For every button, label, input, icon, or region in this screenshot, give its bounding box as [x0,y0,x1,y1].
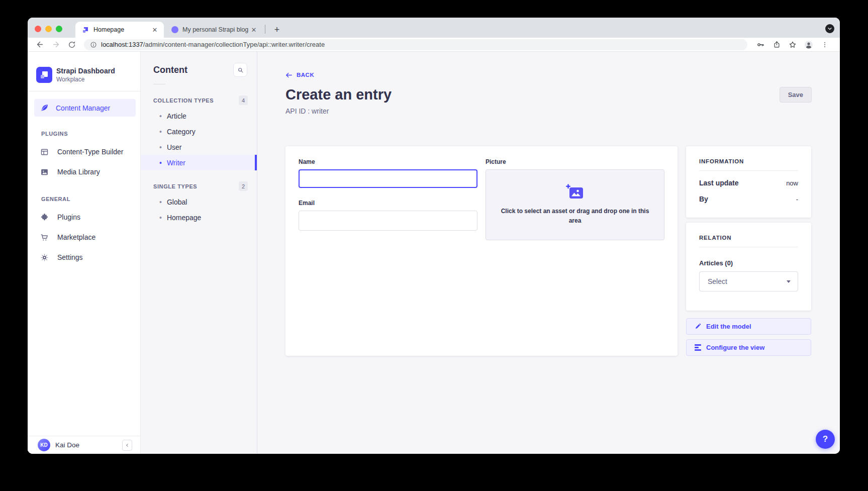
subnav-title: Content [153,65,187,75]
sidebar-item-content-manager[interactable]: Content Manager [34,99,136,117]
panel-divider [699,247,798,247]
subnav-item-global[interactable]: • Global [141,194,257,210]
tab-homepage[interactable]: Homepage ✕ [75,22,164,38]
forward-arrow-icon [52,40,60,49]
zoom-window-button[interactable] [56,26,62,32]
back-link[interactable]: BACK [285,72,314,78]
email-field-block: Email [299,200,477,231]
traffic-lights [35,26,62,32]
add-picture-icon [566,184,584,200]
picture-dropzone[interactable]: Click to select an asset or drag and dro… [486,169,664,240]
bookmark-button[interactable] [787,39,799,51]
single-types-header: SINGLE TYPES 2 [141,181,257,191]
sidebar-item-plugins[interactable]: Plugins [28,207,140,227]
name-input[interactable] [299,169,477,188]
user-avatar-icon [804,40,813,49]
tab-strapi-blog[interactable]: My personal Strapi blog | Strap ✕ [167,22,262,38]
tab-title: My personal Strapi blog | Strap [182,26,250,33]
sidebar-item-label: Content-Type Builder [57,148,124,156]
collection-types-list: • Article • Category • User • Writer [141,108,257,170]
configure-view-button[interactable]: Configure the view [686,339,811,356]
title-row: Create an entry Save [285,87,812,103]
share-icon [773,41,781,48]
save-button[interactable]: Save [780,87,812,103]
image-icon [40,168,49,176]
forward-nav-button[interactable] [50,39,62,51]
browser-menu-button[interactable] [819,39,831,51]
subnav-item-label: Homepage [167,214,202,222]
toolbar-right-icons [752,39,833,51]
password-manager-button[interactable] [754,39,766,51]
close-window-button[interactable] [35,26,41,32]
reload-icon [68,41,76,49]
subnav-item-label: Article [167,112,186,120]
brand-block: Strapi Dashboard Workplace [28,52,140,83]
sidebar-item-content-type-builder[interactable]: Content-Type Builder [28,142,140,162]
page-title: Create an entry [285,87,392,102]
edit-model-button[interactable]: Edit the model [686,318,811,335]
sidebar-footer: KD Kai Doe [28,436,140,454]
back-nav-button[interactable] [34,39,46,51]
articles-relation-label: Articles (0) [699,259,798,267]
subnav-item-writer[interactable]: • Writer [141,155,257,170]
action-label: Edit the model [706,323,751,330]
user-avatar[interactable]: KD [38,439,50,451]
by-row: By - [699,195,798,203]
subnav-item-category[interactable]: • Category [141,124,257,139]
url-path: /admin/content-manager/collectionType/ap… [143,41,325,48]
bullet-icon: • [159,128,162,136]
tab-search-button[interactable] [825,24,834,33]
blog-favicon-icon [171,26,178,33]
subnav-header: Content [141,52,257,77]
star-icon [789,41,797,49]
share-button[interactable] [770,39,783,51]
minimize-window-button[interactable] [45,26,52,32]
collapse-sidebar-button[interactable] [122,440,132,451]
puzzle-icon [40,213,49,222]
subnav-item-label: User [167,143,182,151]
articles-select[interactable]: Select [699,271,798,291]
group-label: SINGLE TYPES [153,183,197,189]
help-button[interactable]: ? [816,430,835,449]
tab-strip: Homepage ✕ My personal Strapi blog | Str… [28,18,840,38]
layout-lines-icon [695,344,701,351]
address-bar[interactable]: localhost:1337/admin/content-manager/col… [84,39,747,50]
tab-close-icon[interactable]: ✕ [151,26,159,34]
single-types-list: • Global • Homepage [141,194,257,225]
subnav-item-label: Writer [167,159,185,167]
sidebar-item-marketplace[interactable]: Marketplace [28,227,140,247]
relation-panel: RELATION Articles (0) Select [686,223,811,311]
page-info-icon[interactable] [90,41,97,48]
tab-close-icon[interactable]: ✕ [250,26,258,34]
sidebar-item-media-library[interactable]: Media Library [28,162,140,182]
info-value: - [796,195,798,203]
new-tab-button[interactable]: + [270,23,284,37]
strapi-logo-icon [36,67,52,83]
sidebar-item-label: Plugins [57,213,80,221]
sidebar-item-settings[interactable]: Settings [28,247,140,267]
screenshot-stage: Homepage ✕ My personal Strapi blog | Str… [0,0,868,491]
reload-button[interactable] [66,39,78,51]
bullet-icon: • [159,159,162,167]
subnav-item-user[interactable]: • User [141,139,257,155]
name-field-label: Name [299,158,477,165]
browser-window: Homepage ✕ My personal Strapi blog | Str… [28,18,840,454]
back-arrow-icon [285,72,293,78]
key-icon [756,41,764,49]
form-left-column: Name Email [299,158,477,240]
url-host: localhost:1337 [101,41,143,48]
url-text: localhost:1337/admin/content-manager/col… [101,41,325,48]
email-input[interactable] [299,211,477,231]
last-update-row: Last update now [699,179,798,187]
subnav-item-homepage[interactable]: • Homepage [141,210,257,225]
profile-button[interactable] [803,39,815,51]
pencil-icon [695,323,701,330]
info-value: now [786,179,798,187]
sidebar-item-label: Settings [57,253,83,261]
subnav-item-article[interactable]: • Article [141,108,257,124]
bullet-icon: • [159,112,162,120]
search-button[interactable] [233,63,247,77]
back-label: BACK [297,72,314,78]
count-badge: 4 [239,95,248,105]
info-label: Last update [699,179,739,187]
